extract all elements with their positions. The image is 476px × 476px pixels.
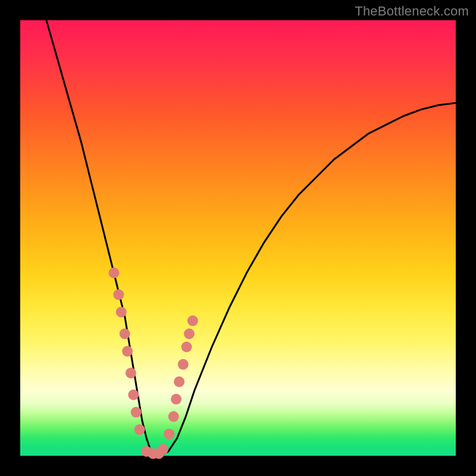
svg-point-15 [171,394,181,405]
svg-point-6 [128,390,139,400]
svg-point-13 [164,428,174,439]
svg-point-16 [174,377,184,387]
svg-point-19 [184,328,195,339]
chart-svg [20,20,456,456]
svg-point-8 [134,424,145,435]
svg-point-17 [178,359,189,369]
svg-point-12 [158,444,168,455]
svg-point-4 [122,346,133,356]
bottleneck-curve [46,20,456,456]
watermark-text: TheBottleneck.com [355,4,469,19]
svg-point-20 [187,315,198,326]
svg-point-0 [108,268,119,278]
svg-point-7 [131,407,142,418]
svg-point-14 [168,411,179,422]
chart-frame: TheBottleneck.com [0,0,476,476]
svg-point-5 [126,368,136,378]
chart-plot-area [20,20,456,456]
svg-point-3 [120,328,130,339]
svg-point-2 [116,306,127,317]
svg-point-1 [113,289,124,300]
svg-point-18 [181,342,192,352]
highlight-dots [108,268,198,459]
